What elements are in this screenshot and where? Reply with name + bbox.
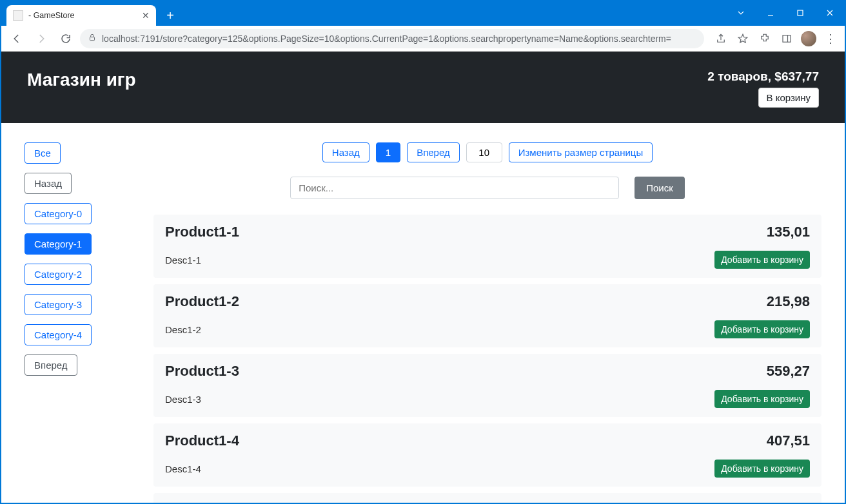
product-price: 220,83 [767, 502, 810, 503]
forward-button[interactable] [31, 28, 52, 49]
chevron-down-icon[interactable] [726, 1, 756, 24]
back-button[interactable] [6, 28, 27, 49]
star-icon[interactable] [734, 30, 752, 48]
product-name: Product1-5 [165, 502, 239, 503]
category-forward[interactable]: Вперед [25, 354, 77, 376]
pagination: Назад 1 Вперед Изменить размер страницы [153, 142, 821, 162]
product-card: Product1-5220,83Desc1-5Добавить в корзин… [153, 493, 821, 503]
product-desc: Desc1-1 [165, 255, 201, 266]
category-item[interactable]: Category-3 [25, 294, 92, 315]
titlebar: - GameStore ✕ + [1, 1, 845, 26]
main: Назад 1 Вперед Изменить размер страницы … [153, 142, 821, 503]
menu-icon[interactable]: ⋮ [821, 30, 840, 48]
category-item[interactable]: Category-0 [25, 203, 92, 224]
product-card: Product1-2215,98Desc1-2Добавить в корзин… [153, 284, 821, 347]
close-window-button[interactable] [815, 1, 845, 24]
product-card: Product1-4407,51Desc1-4Добавить в корзин… [153, 423, 821, 487]
url-text: localhost:7191/store?category=125&option… [102, 34, 671, 44]
lock-icon [88, 33, 97, 44]
reload-button[interactable] [55, 28, 76, 49]
product-price: 407,51 [767, 432, 810, 449]
tab-title: - GameStore [28, 11, 75, 20]
add-to-cart-button[interactable]: Добавить в корзину [714, 390, 810, 408]
product-price: 559,27 [767, 363, 810, 380]
cart-info: 2 товаров, $637,77 В корзину [707, 70, 819, 108]
product-list: Product1-1135,01Desc1-1Добавить в корзин… [153, 215, 821, 503]
product-price: 215,98 [767, 293, 810, 310]
share-icon[interactable] [712, 30, 730, 48]
add-to-cart-button[interactable]: Добавить в корзину [714, 251, 810, 269]
page-number[interactable]: 1 [376, 142, 400, 162]
product-price: 135,01 [767, 224, 810, 240]
profile-avatar[interactable] [800, 30, 818, 48]
maximize-button[interactable] [785, 1, 815, 24]
site-title: Магазин игр [27, 70, 136, 90]
svg-rect-0 [798, 10, 803, 15]
page-prev[interactable]: Назад [322, 142, 369, 162]
product-card: Product1-1135,01Desc1-1Добавить в корзин… [153, 215, 821, 278]
change-page-size[interactable]: Изменить размер страницы [509, 142, 653, 162]
sidebar: Все Назад Category-0Category-1Category-2… [25, 142, 121, 503]
search-input[interactable] [290, 177, 619, 199]
category-item[interactable]: Category-2 [25, 264, 92, 285]
product-name: Product1-1 [165, 224, 239, 240]
product-name: Product1-2 [165, 293, 239, 310]
address-bar[interactable]: localhost:7191/store?category=125&option… [80, 29, 704, 48]
tab-close-icon[interactable]: ✕ [142, 11, 150, 20]
product-desc: Desc1-4 [165, 463, 201, 474]
extensions-icon[interactable] [756, 30, 774, 48]
category-item[interactable]: Category-4 [25, 324, 92, 345]
new-tab-button[interactable]: + [161, 6, 179, 24]
svg-rect-2 [783, 35, 791, 42]
page-next[interactable]: Вперед [407, 142, 460, 162]
product-card: Product1-3559,27Desc1-3Добавить в корзин… [153, 354, 821, 417]
svg-rect-1 [90, 37, 95, 40]
site-header: Магазин игр 2 товаров, $637,77 В корзину [1, 52, 845, 123]
window-controls [726, 1, 845, 24]
browser-toolbar: localhost:7191/store?category=125&option… [1, 26, 845, 52]
minimize-button[interactable] [756, 1, 785, 24]
product-desc: Desc1-3 [165, 394, 201, 405]
favicon [13, 10, 23, 21]
cart-button[interactable]: В корзину [758, 88, 819, 108]
page-content: Все Назад Category-0Category-1Category-2… [1, 123, 845, 503]
product-desc: Desc1-2 [165, 324, 201, 335]
category-back[interactable]: Назад [25, 173, 72, 194]
browser-window: - GameStore ✕ + localhost:7191/store?cat… [0, 0, 846, 504]
category-all[interactable]: Все [25, 142, 61, 164]
search-row: Поиск [153, 177, 821, 199]
add-to-cart-button[interactable]: Добавить в корзину [714, 320, 810, 338]
search-button[interactable]: Поиск [634, 177, 685, 199]
category-item[interactable]: Category-1 [25, 233, 92, 255]
browser-tab[interactable]: - GameStore ✕ [6, 5, 156, 26]
sidepanel-icon[interactable] [778, 30, 796, 48]
product-name: Product1-3 [165, 363, 239, 380]
add-to-cart-button[interactable]: Добавить в корзину [714, 460, 810, 478]
cart-summary: 2 товаров, $637,77 [707, 70, 819, 84]
page-size-input[interactable] [466, 142, 502, 162]
toolbar-right-icons: ⋮ [712, 30, 840, 48]
page-viewport[interactable]: Магазин игр 2 товаров, $637,77 В корзину… [1, 52, 845, 503]
product-name: Product1-4 [165, 432, 239, 449]
